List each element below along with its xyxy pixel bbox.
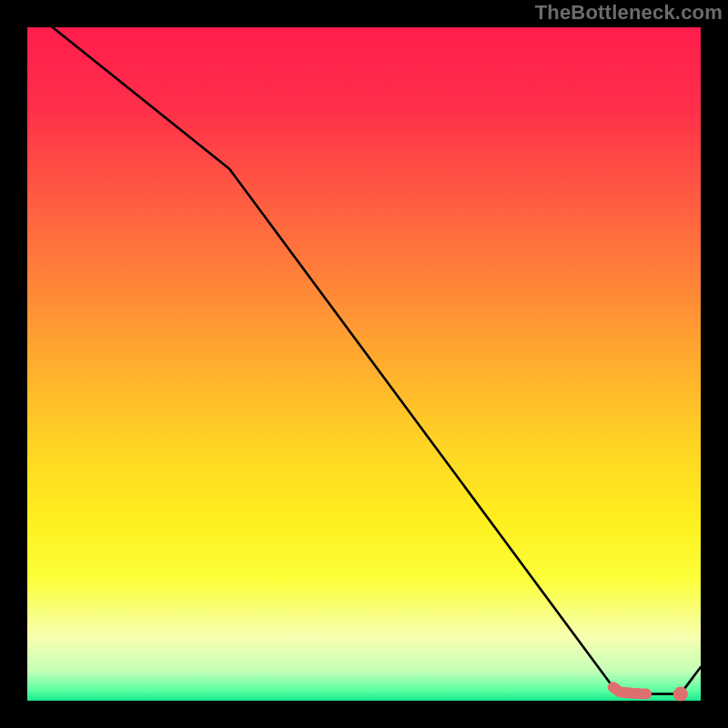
chart-svg (0, 0, 728, 728)
frame-left (0, 0, 27, 728)
watermark-text: TheBottleneck.com (535, 1, 723, 25)
optimal-point-marker (673, 687, 688, 702)
frame-bottom (0, 701, 728, 728)
plot-area (27, 27, 701, 701)
frame-right (701, 0, 728, 728)
chart-stage: TheBottleneck.com (0, 0, 728, 728)
